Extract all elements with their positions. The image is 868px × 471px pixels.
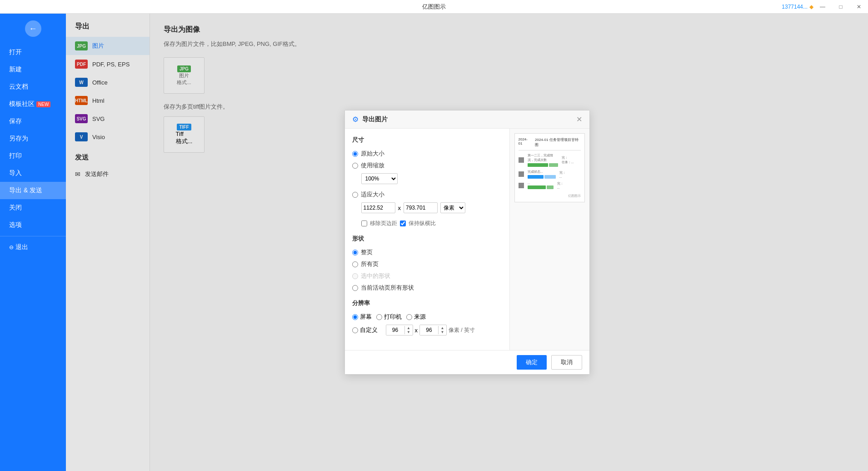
preview-col2: 2024-01 任务管理项目甘特图 bbox=[535, 137, 581, 147]
sidebar-item-saveas[interactable]: 另存为 bbox=[0, 130, 66, 147]
resolution-section-heading: 分辨率 bbox=[352, 299, 502, 307]
dialog-close-button[interactable]: ✕ bbox=[576, 115, 582, 124]
sidebar-item-quit[interactable]: ⊖ 退出 bbox=[0, 239, 66, 256]
sidebar-label-cloud: 云文档 bbox=[9, 83, 28, 91]
sidebar-item-import[interactable]: 导入 bbox=[0, 165, 66, 182]
original-size-radio[interactable] bbox=[352, 151, 358, 157]
printer-option[interactable]: 打印机 bbox=[376, 313, 402, 321]
all-pages-option[interactable]: 所有页 bbox=[352, 260, 502, 268]
row2-info-line1: 完： bbox=[559, 170, 584, 175]
custom-option[interactable]: 自定义 bbox=[352, 326, 378, 334]
active-page-option[interactable]: 当前活动页所有形状 bbox=[352, 284, 502, 292]
row2-info: 完： ... bbox=[559, 170, 584, 178]
original-size-label: 原始大小 bbox=[361, 150, 384, 158]
fit-size-radio[interactable] bbox=[352, 192, 358, 198]
source-label: 来源 bbox=[414, 313, 426, 321]
preview-row-1: 第一二三，完成情况，完成次数 完： 任务：... bbox=[519, 153, 581, 167]
source-radio[interactable] bbox=[406, 314, 412, 320]
active-page-radio[interactable] bbox=[352, 285, 358, 291]
dialog-settings: 尺寸 原始大小 使用缩放 100% 5 bbox=[345, 129, 510, 350]
sidebar-item-cloud[interactable]: 云文档 bbox=[0, 78, 66, 95]
scale-option[interactable]: 使用缩放 bbox=[352, 161, 502, 170]
user-info[interactable]: 1377144... ◆ bbox=[782, 0, 813, 14]
printer-label: 打印机 bbox=[384, 313, 402, 321]
spinner-down-height[interactable]: ▼ bbox=[439, 330, 446, 334]
dialog-header-left: ⚙ 导出图片 bbox=[352, 115, 388, 124]
sidebar-label-quit: 退出 bbox=[15, 243, 28, 251]
custom-dpi-height-input[interactable] bbox=[420, 325, 438, 335]
row3-bars bbox=[528, 185, 554, 189]
dialog-body: 尺寸 原始大小 使用缩放 100% 5 bbox=[345, 129, 589, 350]
row1-info-line2: 任务：... bbox=[562, 160, 585, 165]
cancel-button[interactable]: 取消 bbox=[551, 355, 582, 370]
close-button[interactable]: ✕ bbox=[850, 0, 868, 14]
sidebar-item-options[interactable]: 选项 bbox=[0, 216, 66, 234]
minimize-button[interactable]: — bbox=[813, 0, 832, 14]
sidebar-item-close[interactable]: 关闭 bbox=[0, 199, 66, 216]
custom-dpi-height-spinner[interactable]: ▲ ▼ bbox=[419, 325, 447, 336]
sidebar-label-print: 打印 bbox=[9, 152, 22, 160]
printer-radio[interactable] bbox=[376, 314, 382, 320]
window-controls: — □ ✕ bbox=[813, 0, 868, 14]
selected-radio[interactable] bbox=[352, 273, 358, 279]
scale-select[interactable]: 100% 50% 200% bbox=[361, 173, 398, 184]
sidebar-item-open[interactable]: 打开 bbox=[0, 44, 66, 61]
row1-info: 完： 任务：... bbox=[562, 155, 585, 165]
sidebar-item-new[interactable]: 新建 bbox=[0, 61, 66, 78]
vip-icon: ◆ bbox=[809, 4, 813, 10]
confirm-button[interactable]: 确定 bbox=[517, 355, 547, 370]
original-size-option[interactable]: 原始大小 bbox=[352, 150, 502, 158]
sidebar-label-options: 选项 bbox=[9, 221, 22, 229]
bar3-green bbox=[528, 185, 546, 189]
full-page-option[interactable]: 整页 bbox=[352, 248, 502, 256]
height-input[interactable] bbox=[404, 202, 438, 213]
full-page-label: 整页 bbox=[361, 248, 373, 256]
keep-ratio-checkbox[interactable] bbox=[400, 220, 406, 226]
source-option[interactable]: 来源 bbox=[406, 313, 426, 321]
custom-values-row: ▲ ▼ x ▲ ▼ bbox=[386, 325, 475, 336]
row1-content: 第一二三，完成情况，完成次数 bbox=[528, 153, 558, 167]
custom-dpi-width-spinner[interactable]: ▲ ▼ bbox=[386, 325, 413, 336]
remove-margin-label: 移除页边距 bbox=[370, 220, 397, 227]
row2-info-line2: ... bbox=[559, 175, 584, 178]
sidebar-item-print[interactable]: 打印 bbox=[0, 147, 66, 165]
row2-bars bbox=[528, 175, 556, 179]
bar1-green bbox=[528, 163, 548, 167]
custom-radio[interactable] bbox=[352, 327, 358, 333]
width-input[interactable] bbox=[361, 202, 395, 213]
full-page-radio[interactable] bbox=[352, 250, 358, 256]
fit-size-option[interactable]: 适应大小 bbox=[352, 190, 502, 199]
titlebar: 亿图图示 1377144... ◆ — □ ✕ bbox=[0, 0, 868, 14]
maximize-button[interactable]: □ bbox=[832, 0, 850, 14]
spinner-down-width[interactable]: ▼ bbox=[405, 330, 413, 334]
sidebar-item-export[interactable]: 导出 & 发送 bbox=[0, 182, 66, 199]
sidebar-label-saveas: 另存为 bbox=[9, 135, 28, 143]
sidebar-label-save: 保存 bbox=[9, 117, 22, 125]
row1-text: 第一二三，完成情况，完成次数 bbox=[528, 153, 558, 162]
all-pages-label: 所有页 bbox=[361, 260, 379, 268]
custom-label: 自定义 bbox=[360, 326, 378, 334]
sidebar: ← 打开 新建 云文档 模板社区 NEW 保存 另存为 打印 导入 导出 & 发… bbox=[0, 14, 66, 471]
screen-radio[interactable] bbox=[352, 314, 358, 320]
new-badge: NEW bbox=[36, 101, 50, 107]
sidebar-item-save[interactable]: 保存 bbox=[0, 113, 66, 130]
spinner-up-width[interactable]: ▲ bbox=[405, 326, 413, 330]
sidebar-label-close: 关闭 bbox=[9, 204, 22, 212]
row2-content: 完成状态... bbox=[528, 170, 556, 179]
row3-info: 完： ... bbox=[557, 181, 582, 189]
row3-content: ... bbox=[528, 181, 554, 189]
dialog-header-icon: ⚙ bbox=[352, 115, 359, 124]
sidebar-item-template[interactable]: 模板社区 NEW bbox=[0, 95, 66, 113]
back-button[interactable]: ← bbox=[25, 20, 41, 37]
username: 1377144... bbox=[782, 4, 808, 10]
all-pages-radio[interactable] bbox=[352, 261, 358, 267]
selected-label: 选中的形状 bbox=[361, 272, 390, 280]
spinner-up-height[interactable]: ▲ bbox=[439, 326, 446, 330]
custom-dpi-width-input[interactable] bbox=[386, 325, 404, 335]
screen-option[interactable]: 屏幕 bbox=[352, 313, 372, 321]
remove-margin-checkbox[interactable] bbox=[361, 220, 367, 226]
unit-select[interactable]: 像素 英寸 毫米 bbox=[440, 202, 465, 213]
row1-info-line1: 完： bbox=[562, 155, 585, 160]
scale-radio[interactable] bbox=[352, 163, 358, 169]
selected-option[interactable]: 选中的形状 bbox=[352, 272, 502, 280]
